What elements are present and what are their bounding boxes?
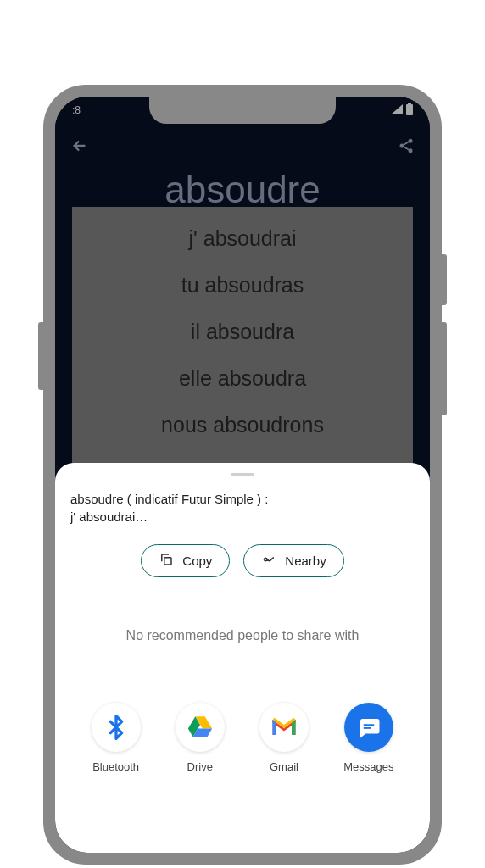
sheet-handle[interactable] [231, 473, 254, 476]
no-recommend-text: No recommended people to share with [70, 628, 415, 643]
phone-notch [149, 97, 336, 124]
share-app-gmail[interactable]: Gmail [259, 703, 309, 773]
nearby-label: Nearby [285, 554, 326, 568]
drive-icon [176, 703, 225, 752]
action-buttons-row: Copy Nearby [70, 544, 415, 577]
phone-frame: :8 absoudre j' absoudrai tu abs [43, 85, 442, 865]
share-sheet: absoudre ( indicatif Futur Simple ) : j'… [55, 463, 430, 853]
bluetooth-icon [92, 703, 141, 752]
copy-button[interactable]: Copy [141, 544, 230, 577]
share-app-bluetooth[interactable]: Bluetooth [92, 703, 141, 773]
share-apps-row: Bluetooth Drive Gmail [70, 703, 415, 773]
messages-icon [344, 703, 393, 752]
nearby-button[interactable]: Nearby [243, 544, 343, 577]
share-app-drive[interactable]: Drive [176, 703, 225, 773]
app-label: Bluetooth [92, 760, 139, 773]
phone-screen: :8 absoudre j' absoudrai tu abs [55, 97, 430, 853]
nearby-icon [261, 552, 276, 570]
share-line-1: absoudre ( indicatif Futur Simple ) : [70, 490, 415, 508]
svg-rect-7 [364, 727, 371, 729]
app-label: Messages [343, 760, 393, 773]
share-line-2: j' absoudrai… [70, 508, 415, 526]
copy-label: Copy [182, 554, 212, 568]
share-preview-text: absoudre ( indicatif Futur Simple ) : j'… [70, 490, 415, 526]
share-app-messages[interactable]: Messages [343, 703, 393, 773]
gmail-icon [259, 703, 309, 752]
app-label: Drive [187, 760, 213, 773]
side-button-left [38, 322, 43, 390]
svg-rect-5 [164, 558, 171, 565]
copy-icon [159, 552, 174, 570]
svg-rect-6 [364, 724, 375, 726]
app-label: Gmail [270, 760, 298, 773]
